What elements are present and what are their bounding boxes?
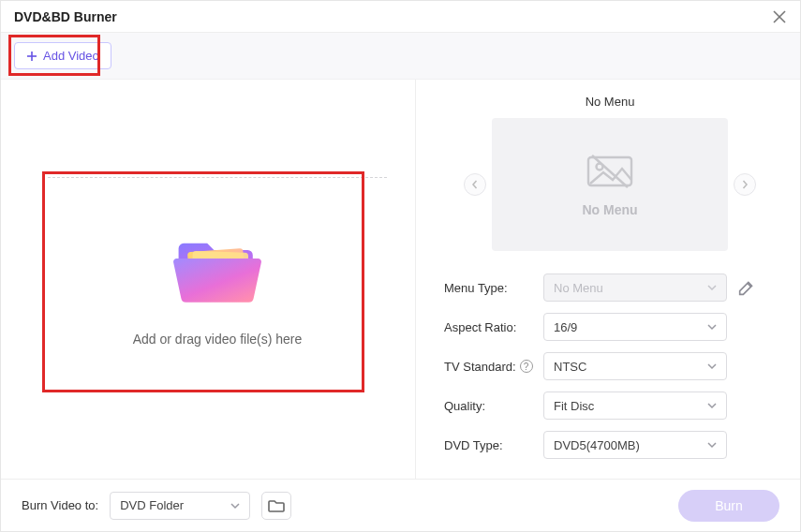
folder-outline-icon <box>268 498 285 513</box>
chevron-down-icon <box>230 501 240 510</box>
chevron-down-icon <box>707 362 717 371</box>
select-aspect-ratio-value: 16/9 <box>554 320 577 334</box>
row-quality: Quality: Fit Disc <box>444 392 776 420</box>
select-quality[interactable]: Fit Disc <box>543 392 727 420</box>
folder-icon <box>166 225 269 309</box>
select-menu-type-value: No Menu <box>554 281 603 295</box>
chevron-down-icon <box>707 401 717 410</box>
label-tv-standard: TV Standard: ? <box>444 360 534 374</box>
select-burn-target-value: DVD Folder <box>120 498 184 512</box>
menu-preview-row: No Menu <box>444 118 776 251</box>
add-video-label: Add Video <box>43 49 99 63</box>
chevron-down-icon <box>707 322 717 332</box>
label-aspect-ratio: Aspect Ratio: <box>444 320 534 334</box>
select-tv-standard[interactable]: NTSC <box>543 352 727 380</box>
plus-icon <box>26 51 37 62</box>
select-dvd-type[interactable]: DVD5(4700MB) <box>543 431 727 459</box>
select-dvd-type-value: DVD5(4700MB) <box>554 438 640 452</box>
burn-button-label: Burn <box>715 498 743 513</box>
preview-prev-button[interactable] <box>464 173 486 196</box>
chevron-down-icon <box>707 440 717 450</box>
drop-area[interactable]: Add or drag video file(s) here <box>48 177 387 392</box>
footer: Burn Video to: DVD Folder Burn <box>1 479 800 531</box>
drop-area-hint: Add or drag video file(s) here <box>133 332 303 347</box>
browse-folder-button[interactable] <box>261 492 291 520</box>
main-area: Add or drag video file(s) here No Menu <box>1 80 800 479</box>
chevron-right-icon <box>740 180 749 189</box>
close-icon[interactable] <box>772 9 787 24</box>
titlebar: DVD&BD Burner <box>1 1 800 33</box>
row-menu-type: Menu Type: No Menu <box>444 273 776 302</box>
row-dvd-type: DVD Type: DVD5(4700MB) <box>444 431 776 459</box>
add-video-button[interactable]: Add Video <box>14 42 111 69</box>
select-aspect-ratio[interactable]: 16/9 <box>543 313 727 341</box>
burn-button[interactable]: Burn <box>678 490 779 522</box>
row-tv-standard: TV Standard: ? NTSC <box>444 352 776 380</box>
video-list-pane: Add or drag video file(s) here <box>1 80 416 479</box>
menu-preview: No Menu <box>492 118 728 251</box>
select-menu-type: No Menu <box>543 273 727 302</box>
settings-pane: No Menu No Menu <box>416 80 800 479</box>
edit-menu-icon[interactable] <box>736 277 757 298</box>
window-title: DVD&BD Burner <box>14 9 117 24</box>
svg-line-8 <box>592 155 628 187</box>
preview-next-button[interactable] <box>734 173 756 196</box>
select-tv-standard-value: NTSC <box>554 360 586 374</box>
chevron-left-icon <box>470 180 480 189</box>
row-aspect-ratio: Aspect Ratio: 16/9 <box>444 313 776 341</box>
label-quality: Quality: <box>444 399 534 413</box>
label-menu-type: Menu Type: <box>444 281 534 295</box>
select-burn-target[interactable]: DVD Folder <box>110 492 250 520</box>
app-window: DVD&BD Burner Add Video <box>0 0 801 532</box>
settings-controls: Menu Type: No Menu Aspect Ratio: 16/9 <box>444 273 776 459</box>
preview-title: No Menu <box>444 95 776 109</box>
burn-target-label: Burn Video to: <box>22 498 98 512</box>
help-icon[interactable]: ? <box>520 360 533 373</box>
select-quality-value: Fit Disc <box>554 399 594 413</box>
chevron-down-icon <box>707 283 717 292</box>
image-placeholder-icon <box>585 152 635 189</box>
label-dvd-type: DVD Type: <box>444 438 534 452</box>
preview-placeholder-label: No Menu <box>582 202 637 217</box>
toolbar: Add Video <box>1 33 800 80</box>
